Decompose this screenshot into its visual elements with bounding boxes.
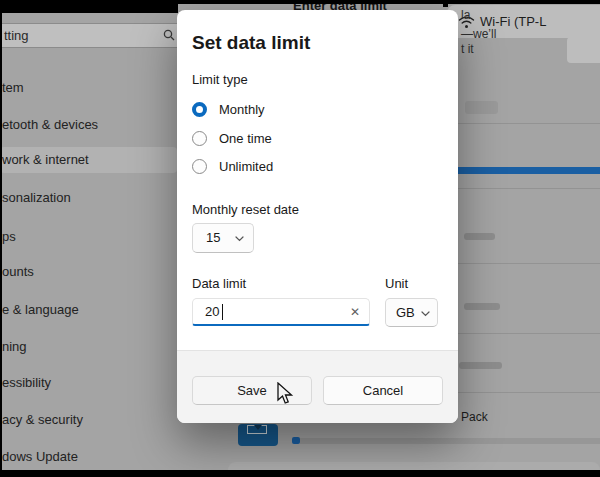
sidebar-item-windows-update[interactable]: dows Update xyxy=(2,444,78,470)
background-text-fragment: la xyxy=(461,8,470,22)
dialog-footer: Save Cancel xyxy=(177,350,458,423)
data-usage-progress-bar xyxy=(456,167,600,174)
left-margin xyxy=(0,0,2,477)
sidebar-item-time-language[interactable]: e & language xyxy=(2,297,79,323)
background-text-fragment: t it xyxy=(461,42,474,56)
top-right-notch xyxy=(443,0,448,7)
unit-value: GB xyxy=(396,299,415,327)
unit-dropdown[interactable]: GB xyxy=(385,298,438,327)
search-value: tting xyxy=(4,24,29,47)
search-input[interactable]: tting xyxy=(0,23,184,48)
background-text-fragment: —we’ll xyxy=(461,27,496,41)
divider xyxy=(455,263,600,264)
app-name-fragment: Pack xyxy=(461,410,488,424)
divider xyxy=(455,333,600,334)
radio-label: Monthly xyxy=(219,102,265,117)
sidebar-item-system[interactable]: tem xyxy=(2,75,24,101)
sidebar-item-apps[interactable]: ps xyxy=(2,224,16,250)
sidebar-item-bluetooth-devices[interactable]: etooth & devices xyxy=(2,112,98,138)
reset-date-value: 15 xyxy=(206,224,220,252)
chevron-down-icon xyxy=(235,236,244,242)
sidebar-item-accounts[interactable]: ounts xyxy=(2,259,34,285)
app-usage-bar-fill xyxy=(292,437,300,444)
background-text-remnant xyxy=(465,101,498,114)
unit-label: Unit xyxy=(385,276,408,291)
set-data-limit-dialog: Set data limit Limit type Monthly One ti… xyxy=(177,10,458,423)
sidebar-item-gaming[interactable]: ning xyxy=(2,334,27,360)
top-left-margin xyxy=(0,0,178,13)
background-text-remnant xyxy=(464,233,495,240)
background-text-remnant xyxy=(464,303,500,310)
data-limit-label: Data limit xyxy=(192,276,246,291)
sidebar-item-accessibility[interactable]: essibility xyxy=(2,370,51,396)
radio-label: One time xyxy=(219,131,272,146)
radio-selected-icon[interactable] xyxy=(192,102,207,117)
divider xyxy=(455,188,600,189)
sidebar-item-network-internet[interactable]: work & internet xyxy=(2,147,89,173)
app-usage-bar-track xyxy=(300,438,600,444)
limit-type-label: Limit type xyxy=(192,72,248,87)
chevron-down-icon xyxy=(421,311,430,317)
screen: Enter data limit tting tem etooth & devi… xyxy=(0,0,600,477)
background-text-remnant xyxy=(459,362,502,369)
divider xyxy=(455,392,600,393)
sidebar-item-privacy-security[interactable]: acy & security xyxy=(2,407,83,433)
mouse-cursor xyxy=(276,382,296,406)
clear-input-icon[interactable]: ✕ xyxy=(350,299,360,325)
radio-unselected-icon[interactable] xyxy=(192,131,207,146)
background-button-remnant xyxy=(567,37,600,63)
sidebar-item-personalization[interactable]: sonalization xyxy=(2,185,71,211)
reset-date-dropdown[interactable]: 15 xyxy=(192,223,254,253)
search-icon xyxy=(163,29,175,41)
radio-unselected-icon[interactable] xyxy=(192,159,207,174)
app-icon-detail xyxy=(247,425,267,434)
text-caret xyxy=(222,304,223,320)
bottom-margin xyxy=(0,470,600,477)
data-limit-value: 20 xyxy=(205,299,219,324)
app-icon xyxy=(238,424,278,446)
data-limit-input[interactable]: 20 ✕ xyxy=(192,298,370,326)
divider xyxy=(455,123,600,124)
radio-label: Unlimited xyxy=(219,159,273,174)
monthly-reset-date-label: Monthly reset date xyxy=(192,202,299,217)
dialog-title: Set data limit xyxy=(192,32,310,54)
cancel-button[interactable]: Cancel xyxy=(323,376,443,405)
